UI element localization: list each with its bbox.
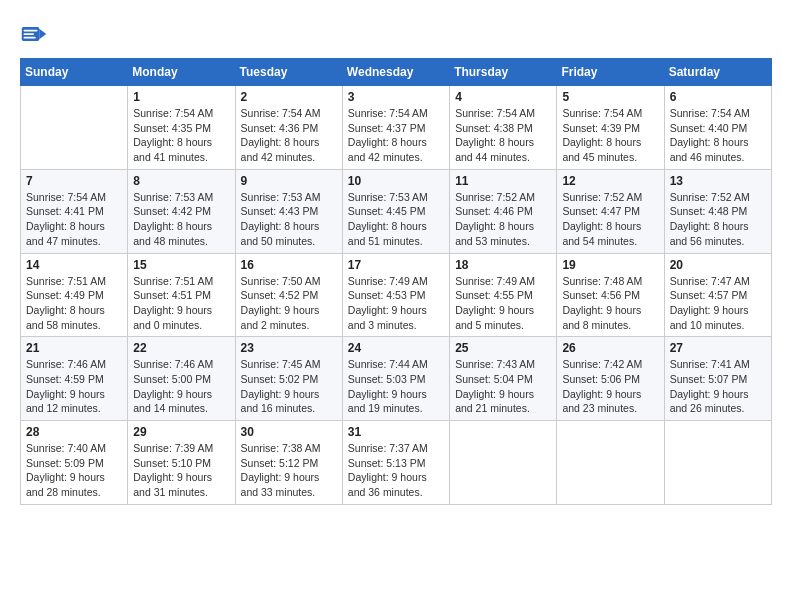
- svg-rect-2: [24, 30, 38, 32]
- calendar-cell: 4Sunrise: 7:54 AMSunset: 4:38 PMDaylight…: [450, 86, 557, 170]
- calendar-week-row: 1Sunrise: 7:54 AMSunset: 4:35 PMDaylight…: [21, 86, 772, 170]
- day-info: Sunrise: 7:53 AMSunset: 4:45 PMDaylight:…: [348, 190, 444, 249]
- day-info: Sunrise: 7:54 AMSunset: 4:40 PMDaylight:…: [670, 106, 766, 165]
- day-number: 20: [670, 258, 766, 272]
- weekday-header-wednesday: Wednesday: [342, 59, 449, 86]
- weekday-header-row: SundayMondayTuesdayWednesdayThursdayFrid…: [21, 59, 772, 86]
- calendar-cell: 28Sunrise: 7:40 AMSunset: 5:09 PMDayligh…: [21, 421, 128, 505]
- day-number: 16: [241, 258, 337, 272]
- calendar-cell: 26Sunrise: 7:42 AMSunset: 5:06 PMDayligh…: [557, 337, 664, 421]
- day-info: Sunrise: 7:54 AMSunset: 4:36 PMDaylight:…: [241, 106, 337, 165]
- day-info: Sunrise: 7:51 AMSunset: 4:51 PMDaylight:…: [133, 274, 229, 333]
- logo-icon: [20, 20, 48, 48]
- calendar-cell: 15Sunrise: 7:51 AMSunset: 4:51 PMDayligh…: [128, 253, 235, 337]
- calendar-cell: 25Sunrise: 7:43 AMSunset: 5:04 PMDayligh…: [450, 337, 557, 421]
- day-number: 17: [348, 258, 444, 272]
- day-number: 31: [348, 425, 444, 439]
- day-number: 25: [455, 341, 551, 355]
- weekday-header-sunday: Sunday: [21, 59, 128, 86]
- svg-rect-3: [24, 33, 35, 35]
- calendar-cell: 10Sunrise: 7:53 AMSunset: 4:45 PMDayligh…: [342, 169, 449, 253]
- calendar-cell: 27Sunrise: 7:41 AMSunset: 5:07 PMDayligh…: [664, 337, 771, 421]
- day-info: Sunrise: 7:43 AMSunset: 5:04 PMDaylight:…: [455, 357, 551, 416]
- day-info: Sunrise: 7:54 AMSunset: 4:35 PMDaylight:…: [133, 106, 229, 165]
- day-number: 4: [455, 90, 551, 104]
- day-info: Sunrise: 7:53 AMSunset: 4:43 PMDaylight:…: [241, 190, 337, 249]
- day-info: Sunrise: 7:47 AMSunset: 4:57 PMDaylight:…: [670, 274, 766, 333]
- calendar-cell: 13Sunrise: 7:52 AMSunset: 4:48 PMDayligh…: [664, 169, 771, 253]
- calendar-cell: 16Sunrise: 7:50 AMSunset: 4:52 PMDayligh…: [235, 253, 342, 337]
- day-number: 8: [133, 174, 229, 188]
- calendar-cell: 3Sunrise: 7:54 AMSunset: 4:37 PMDaylight…: [342, 86, 449, 170]
- weekday-header-saturday: Saturday: [664, 59, 771, 86]
- calendar-cell: 2Sunrise: 7:54 AMSunset: 4:36 PMDaylight…: [235, 86, 342, 170]
- day-info: Sunrise: 7:49 AMSunset: 4:55 PMDaylight:…: [455, 274, 551, 333]
- header: [20, 20, 772, 48]
- day-info: Sunrise: 7:40 AMSunset: 5:09 PMDaylight:…: [26, 441, 122, 500]
- day-info: Sunrise: 7:38 AMSunset: 5:12 PMDaylight:…: [241, 441, 337, 500]
- day-number: 22: [133, 341, 229, 355]
- day-number: 2: [241, 90, 337, 104]
- calendar-cell: 23Sunrise: 7:45 AMSunset: 5:02 PMDayligh…: [235, 337, 342, 421]
- day-info: Sunrise: 7:46 AMSunset: 4:59 PMDaylight:…: [26, 357, 122, 416]
- day-info: Sunrise: 7:50 AMSunset: 4:52 PMDaylight:…: [241, 274, 337, 333]
- day-info: Sunrise: 7:51 AMSunset: 4:49 PMDaylight:…: [26, 274, 122, 333]
- day-info: Sunrise: 7:52 AMSunset: 4:48 PMDaylight:…: [670, 190, 766, 249]
- calendar-week-row: 21Sunrise: 7:46 AMSunset: 4:59 PMDayligh…: [21, 337, 772, 421]
- calendar-cell: 18Sunrise: 7:49 AMSunset: 4:55 PMDayligh…: [450, 253, 557, 337]
- day-info: Sunrise: 7:49 AMSunset: 4:53 PMDaylight:…: [348, 274, 444, 333]
- day-number: 21: [26, 341, 122, 355]
- day-info: Sunrise: 7:39 AMSunset: 5:10 PMDaylight:…: [133, 441, 229, 500]
- calendar-week-row: 7Sunrise: 7:54 AMSunset: 4:41 PMDaylight…: [21, 169, 772, 253]
- day-number: 30: [241, 425, 337, 439]
- day-info: Sunrise: 7:54 AMSunset: 4:39 PMDaylight:…: [562, 106, 658, 165]
- day-number: 27: [670, 341, 766, 355]
- day-number: 19: [562, 258, 658, 272]
- day-number: 6: [670, 90, 766, 104]
- calendar-cell: 30Sunrise: 7:38 AMSunset: 5:12 PMDayligh…: [235, 421, 342, 505]
- day-number: 23: [241, 341, 337, 355]
- day-number: 11: [455, 174, 551, 188]
- day-number: 5: [562, 90, 658, 104]
- day-info: Sunrise: 7:48 AMSunset: 4:56 PMDaylight:…: [562, 274, 658, 333]
- day-number: 15: [133, 258, 229, 272]
- calendar-cell: 12Sunrise: 7:52 AMSunset: 4:47 PMDayligh…: [557, 169, 664, 253]
- weekday-header-tuesday: Tuesday: [235, 59, 342, 86]
- day-info: Sunrise: 7:54 AMSunset: 4:37 PMDaylight:…: [348, 106, 444, 165]
- calendar-cell: 8Sunrise: 7:53 AMSunset: 4:42 PMDaylight…: [128, 169, 235, 253]
- weekday-header-monday: Monday: [128, 59, 235, 86]
- calendar-cell: [450, 421, 557, 505]
- day-info: Sunrise: 7:44 AMSunset: 5:03 PMDaylight:…: [348, 357, 444, 416]
- day-number: 10: [348, 174, 444, 188]
- calendar-week-row: 14Sunrise: 7:51 AMSunset: 4:49 PMDayligh…: [21, 253, 772, 337]
- day-number: 26: [562, 341, 658, 355]
- calendar-cell: 1Sunrise: 7:54 AMSunset: 4:35 PMDaylight…: [128, 86, 235, 170]
- calendar-cell: 21Sunrise: 7:46 AMSunset: 4:59 PMDayligh…: [21, 337, 128, 421]
- day-number: 9: [241, 174, 337, 188]
- calendar-cell: 20Sunrise: 7:47 AMSunset: 4:57 PMDayligh…: [664, 253, 771, 337]
- day-number: 1: [133, 90, 229, 104]
- calendar-week-row: 28Sunrise: 7:40 AMSunset: 5:09 PMDayligh…: [21, 421, 772, 505]
- svg-rect-4: [24, 37, 36, 39]
- calendar-cell: [664, 421, 771, 505]
- day-number: 29: [133, 425, 229, 439]
- logo: [20, 20, 52, 48]
- calendar-cell: 31Sunrise: 7:37 AMSunset: 5:13 PMDayligh…: [342, 421, 449, 505]
- calendar-cell: 14Sunrise: 7:51 AMSunset: 4:49 PMDayligh…: [21, 253, 128, 337]
- day-info: Sunrise: 7:37 AMSunset: 5:13 PMDaylight:…: [348, 441, 444, 500]
- calendar-cell: 22Sunrise: 7:46 AMSunset: 5:00 PMDayligh…: [128, 337, 235, 421]
- calendar-cell: 17Sunrise: 7:49 AMSunset: 4:53 PMDayligh…: [342, 253, 449, 337]
- calendar-cell: [557, 421, 664, 505]
- day-number: 12: [562, 174, 658, 188]
- calendar-cell: 19Sunrise: 7:48 AMSunset: 4:56 PMDayligh…: [557, 253, 664, 337]
- weekday-header-friday: Friday: [557, 59, 664, 86]
- calendar-cell: 24Sunrise: 7:44 AMSunset: 5:03 PMDayligh…: [342, 337, 449, 421]
- day-number: 3: [348, 90, 444, 104]
- day-info: Sunrise: 7:46 AMSunset: 5:00 PMDaylight:…: [133, 357, 229, 416]
- day-info: Sunrise: 7:54 AMSunset: 4:41 PMDaylight:…: [26, 190, 122, 249]
- day-info: Sunrise: 7:41 AMSunset: 5:07 PMDaylight:…: [670, 357, 766, 416]
- calendar-cell: 9Sunrise: 7:53 AMSunset: 4:43 PMDaylight…: [235, 169, 342, 253]
- calendar-cell: 29Sunrise: 7:39 AMSunset: 5:10 PMDayligh…: [128, 421, 235, 505]
- calendar-cell: [21, 86, 128, 170]
- day-info: Sunrise: 7:52 AMSunset: 4:47 PMDaylight:…: [562, 190, 658, 249]
